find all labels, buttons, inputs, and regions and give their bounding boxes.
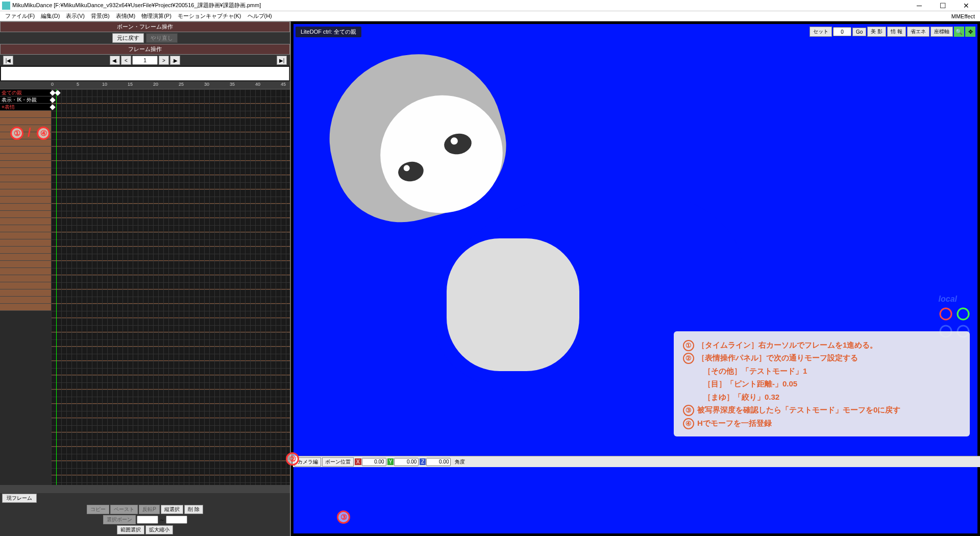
frame-prev-button[interactable]: < xyxy=(121,56,131,65)
svg-point-1 xyxy=(958,308,969,320)
annotation-2-icon: ② xyxy=(286,452,299,466)
svg-point-0 xyxy=(940,308,951,320)
app-icon xyxy=(2,2,10,10)
info-button[interactable]: 情 報 xyxy=(887,27,906,37)
go-button[interactable]: Go xyxy=(852,28,866,36)
status-bar: カメラ編 ボーン位置 X Y Z 角度 xyxy=(293,456,980,467)
menu-expression[interactable]: 表情(M) xyxy=(113,12,139,20)
name-input-strip[interactable] xyxy=(1,66,289,81)
gizmo-mode-label: local xyxy=(939,295,957,304)
copy-button[interactable]: コピー xyxy=(87,505,109,514)
maximize-button[interactable]: ☐ xyxy=(931,0,954,11)
timeline-grid[interactable] xyxy=(51,89,290,485)
menu-help[interactable]: ヘルプ(H) xyxy=(244,12,275,20)
titlebar: MikuMikuDance [F:¥MikuMikuDance_v932x64¥… xyxy=(0,0,980,11)
keyframe-icon[interactable] xyxy=(50,104,55,110)
timeline: 0 5 10 15 20 25 30 35 40 45 全ての親 表示・IK・外… xyxy=(0,81,290,493)
annotation-3-icon: ③ xyxy=(337,510,350,524)
mirror-button[interactable]: 反転P xyxy=(139,505,160,514)
y-label: Y xyxy=(387,458,394,465)
menu-edit[interactable]: 編集(D) xyxy=(38,12,63,20)
annotation-4-icon: ④ xyxy=(37,127,50,140)
timeline-scrollbar[interactable] xyxy=(0,485,290,493)
instruction-note: ①［タイムライン］右カーソルでフレームを1進める。 ②［表情操作パネル］で次の通… xyxy=(674,331,970,437)
frame-input[interactable] xyxy=(132,56,158,65)
frame-header: フレーム操作 xyxy=(0,44,290,55)
track-expression[interactable]: +表情 xyxy=(0,104,51,111)
move-icon[interactable]: ✥ xyxy=(965,27,975,37)
bone-pos-button[interactable]: ボーン位置 xyxy=(322,457,354,467)
frame-next2-button[interactable]: .▶ xyxy=(170,56,180,65)
keyframe-icon[interactable] xyxy=(55,90,60,95)
menubar: ファイル(F) 編集(D) 表示(V) 背景(B) 表情(M) 物理演算(P) … xyxy=(0,11,980,21)
menu-physics[interactable]: 物理演算(P) xyxy=(138,12,175,20)
z-input[interactable] xyxy=(426,458,451,466)
frame-last-button[interactable]: ▶| xyxy=(277,56,287,65)
left-panel: ボーン・フレーム操作 元に戻す やり直し フレーム操作 |◀ ◀. < > .▶… xyxy=(0,21,291,536)
annotation-slash: / xyxy=(28,126,31,140)
zoom-button[interactable]: 拡大縮小 xyxy=(145,525,173,534)
zoom-icon[interactable]: 🔍 xyxy=(954,27,964,37)
menu-mocap[interactable]: モーションキャプチャ(K) xyxy=(175,12,244,20)
menu-background[interactable]: 背景(B) xyxy=(88,12,113,20)
character-render xyxy=(304,23,789,371)
frame-next-button[interactable]: > xyxy=(159,56,169,65)
window-title: MikuMikuDance [F:¥MikuMikuDance_v932x64¥… xyxy=(12,2,908,9)
minimize-button[interactable]: ─ xyxy=(908,0,931,11)
close-button[interactable]: ✕ xyxy=(954,0,978,11)
z-label: Z xyxy=(420,458,426,465)
vsel-button[interactable]: 縦選択 xyxy=(161,505,183,514)
paste-button[interactable]: ペースト xyxy=(110,505,138,514)
range-start-input[interactable] xyxy=(137,516,158,524)
angle-label: 角度 xyxy=(455,458,465,466)
track-disp-ik[interactable]: 表示・IK・外親 xyxy=(0,96,51,104)
x-input[interactable] xyxy=(362,458,386,466)
axis-button[interactable]: 座標軸 xyxy=(930,27,953,37)
range-end-input[interactable] xyxy=(166,516,187,524)
timeline-ruler: 0 5 10 15 20 25 30 35 40 45 xyxy=(51,81,290,89)
undo-button[interactable]: 元に戻す xyxy=(112,33,144,43)
x-label: X xyxy=(355,458,361,465)
eco-button[interactable]: 省エネ xyxy=(907,27,929,37)
shadow-button[interactable]: 美 影 xyxy=(867,27,886,37)
redo-button[interactable]: やり直し xyxy=(146,33,178,43)
edit-buttons: コピー ペースト 反転P 縦選択 削 除 選択ボーン ～ 範囲選択 拡大縮小 xyxy=(0,503,290,536)
keyframe-icon[interactable] xyxy=(50,97,55,103)
rangesel-button[interactable]: 範囲選択 xyxy=(117,525,144,534)
menu-display[interactable]: 表示(V) xyxy=(63,12,88,20)
viewport-model-label: LiteDOF ctrl: 全ての親 xyxy=(296,27,361,37)
menu-file[interactable]: ファイル(F) xyxy=(2,12,38,20)
current-frame-button[interactable]: 現フレーム xyxy=(2,494,37,503)
y-input[interactable] xyxy=(394,458,419,466)
set-button[interactable]: セット xyxy=(810,27,832,37)
track-allparent[interactable]: 全ての親 xyxy=(0,89,51,96)
annotation-1-icon: ① xyxy=(10,127,23,140)
delete-button[interactable]: 削 除 xyxy=(184,505,203,514)
frame-first-button[interactable]: |◀ xyxy=(3,56,13,65)
boneframe-header: ボーン・フレーム操作 xyxy=(0,21,290,32)
set-value-input[interactable] xyxy=(833,27,851,36)
selbone-button[interactable]: 選択ボーン xyxy=(103,515,136,524)
menu-mmeffect[interactable]: MMEffect xyxy=(948,13,978,19)
timeline-labels: 全ての親 表示・IK・外親 +表情 xyxy=(0,89,51,485)
frame-prev2-button[interactable]: ◀. xyxy=(110,56,120,65)
